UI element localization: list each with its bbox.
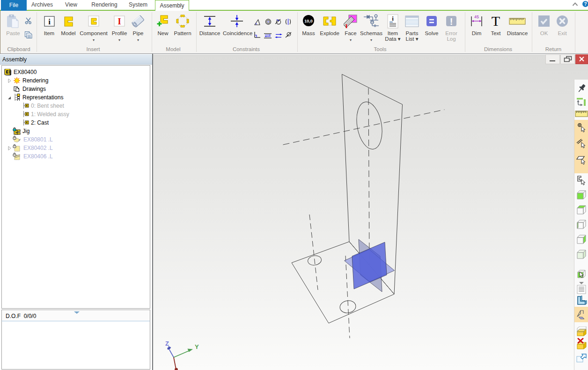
svg-text:Y: Y [195,343,199,350]
svg-text:!: ! [450,16,453,27]
svg-text:i: i [48,17,51,26]
svg-text:10,0: 10,0 [304,19,313,23]
svg-text:45: 45 [474,15,479,19]
svg-text:i: i [392,15,394,22]
svg-text:I: I [345,22,347,29]
svg-text:T: T [492,14,500,29]
svg-text:I: I [118,17,121,26]
svg-text:Z: Z [165,340,169,347]
